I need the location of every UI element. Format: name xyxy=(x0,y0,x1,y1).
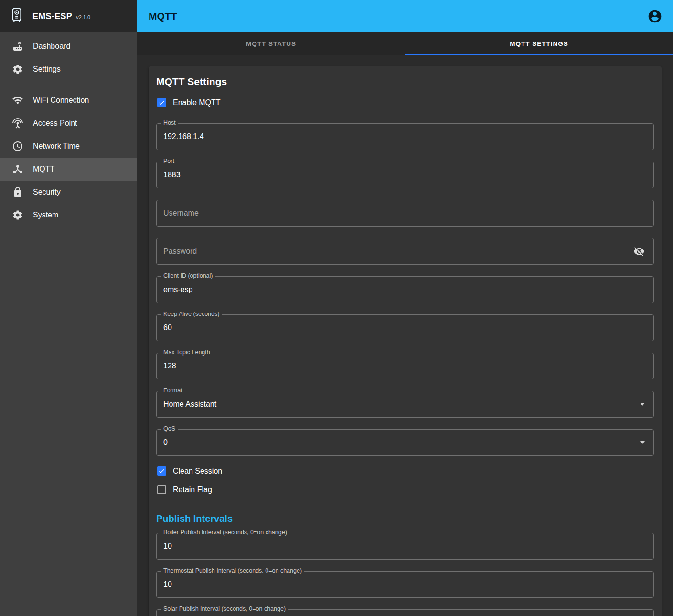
client-id-field: Client ID (optional) xyxy=(156,276,654,303)
sidebar-item-dashboard[interactable]: Dashboard xyxy=(0,35,137,58)
sidebar-nav: Dashboard Settings WiFi Connection Acc xyxy=(0,32,137,229)
sidebar-item-mqtt[interactable]: MQTT xyxy=(0,158,137,181)
max-topic-length-field: Max Topic Length xyxy=(156,353,654,379)
field-label: Max Topic Length xyxy=(161,349,213,356)
port-field: Port xyxy=(156,162,654,188)
wifi-icon xyxy=(12,95,23,106)
boiler-publish-interval-field: Boiler Publish Interval (seconds, 0=on c… xyxy=(156,533,654,560)
host-input[interactable] xyxy=(163,132,647,141)
tab-mqtt-settings[interactable]: MQTT SETTINGS xyxy=(405,32,673,55)
sidebar-item-label: Settings xyxy=(33,65,61,74)
sidebar-item-label: Network Time xyxy=(33,142,80,151)
qos-field: QoS 0 xyxy=(156,429,654,456)
sidebar-item-system[interactable]: System xyxy=(0,204,137,227)
ems-esp-logo-icon xyxy=(9,7,25,25)
main-area: MQTT MQTT STATUS MQTT SETTINGS MQTT Sett… xyxy=(137,0,673,616)
checkbox-label: Clean Session xyxy=(173,467,222,476)
thermostat-publish-interval-input[interactable] xyxy=(163,580,647,589)
keep-alive-field: Keep Alive (seconds) xyxy=(156,314,654,341)
clean-session-checkbox[interactable]: Clean Session xyxy=(156,462,223,480)
port-input[interactable] xyxy=(163,171,647,179)
chevron-down-icon xyxy=(640,441,645,444)
username-input[interactable] xyxy=(163,209,647,217)
username-field xyxy=(156,200,654,227)
router-icon xyxy=(12,41,23,52)
sidebar-item-label: MQTT xyxy=(33,165,54,173)
field-label: QoS xyxy=(161,425,178,432)
account-circle-icon[interactable] xyxy=(647,9,662,24)
field-label: Keep Alive (seconds) xyxy=(161,311,222,317)
solar-publish-interval-field: Solar Publish Interval (seconds, 0=on ch… xyxy=(156,609,654,616)
sidebar: EMS-ESP v2.1.0 Dashboard Settings xyxy=(0,0,137,616)
field-label: Client ID (optional) xyxy=(161,272,215,279)
sidebar-item-label: Access Point xyxy=(33,119,77,128)
sidebar-item-label: Dashboard xyxy=(33,42,70,51)
password-input[interactable] xyxy=(163,247,631,256)
checkbox-label: Enable MQTT xyxy=(173,98,221,107)
tab-bar: MQTT STATUS MQTT SETTINGS xyxy=(137,32,673,55)
field-label: Host xyxy=(161,119,178,126)
checkbox-icon xyxy=(157,98,166,107)
checkbox-label: Retain Flag xyxy=(173,486,212,494)
sidebar-item-access-point[interactable]: Access Point xyxy=(0,112,137,135)
tab-label: MQTT STATUS xyxy=(246,40,296,47)
checkbox-icon xyxy=(157,485,166,494)
sidebar-item-settings[interactable]: Settings xyxy=(0,58,137,81)
format-field: Format Home Assistant xyxy=(156,391,654,418)
sidebar-item-security[interactable]: Security xyxy=(0,181,137,204)
card-title: MQTT Settings xyxy=(156,76,654,87)
appbar: MQTT xyxy=(137,0,673,32)
device-hub-icon xyxy=(12,163,23,175)
max-topic-length-input[interactable] xyxy=(163,362,647,370)
keep-alive-input[interactable] xyxy=(163,324,647,332)
page-title: MQTT xyxy=(149,11,177,22)
field-label: Thermostat Publish Interval (seconds, 0=… xyxy=(161,567,304,574)
host-field: Host xyxy=(156,123,654,150)
visibility-off-icon[interactable] xyxy=(631,244,647,259)
content-area: MQTT Settings Enable MQTT Host Port xyxy=(137,55,673,616)
retain-flag-checkbox[interactable]: Retain Flag xyxy=(156,480,213,499)
mqtt-settings-card: MQTT Settings Enable MQTT Host Port xyxy=(149,66,662,616)
sidebar-divider xyxy=(0,85,137,85)
gear-icon xyxy=(12,64,23,75)
sidebar-header: EMS-ESP v2.1.0 xyxy=(0,0,137,32)
sidebar-item-label: WiFi Connection xyxy=(33,96,89,105)
app-window: EMS-ESP v2.1.0 Dashboard Settings xyxy=(0,0,673,616)
sidebar-item-network-time[interactable]: Network Time xyxy=(0,135,137,158)
field-label: Solar Publish Interval (seconds, 0=on ch… xyxy=(161,605,288,612)
format-select[interactable]: Home Assistant xyxy=(156,391,654,418)
thermostat-publish-interval-field: Thermostat Publish Interval (seconds, 0=… xyxy=(156,571,654,598)
antenna-icon xyxy=(12,118,23,129)
sidebar-item-wifi-connection[interactable]: WiFi Connection xyxy=(0,89,137,112)
gear-icon xyxy=(12,209,23,221)
brand-version: v2.1.0 xyxy=(76,14,90,20)
clock-icon xyxy=(12,140,23,152)
brand-title: EMS-ESP xyxy=(32,11,72,22)
password-field xyxy=(156,238,654,265)
sidebar-item-label: Security xyxy=(33,188,61,196)
enable-mqtt-checkbox[interactable]: Enable MQTT xyxy=(156,93,222,112)
field-label: Boiler Publish Interval (seconds, 0=on c… xyxy=(161,529,289,536)
publish-intervals-title: Publish Intervals xyxy=(156,513,654,524)
sidebar-item-label: System xyxy=(33,211,58,219)
qos-select[interactable]: 0 xyxy=(156,429,654,456)
checkbox-icon xyxy=(157,466,166,476)
lock-icon xyxy=(12,186,23,198)
field-label: Format xyxy=(161,387,185,394)
select-value: 0 xyxy=(163,438,168,447)
field-label: Port xyxy=(161,158,177,164)
boiler-publish-interval-input[interactable] xyxy=(163,542,647,551)
client-id-input[interactable] xyxy=(163,285,647,294)
select-value: Home Assistant xyxy=(163,400,216,409)
tab-label: MQTT SETTINGS xyxy=(510,40,568,47)
tab-mqtt-status[interactable]: MQTT STATUS xyxy=(137,32,405,55)
chevron-down-icon xyxy=(640,403,645,406)
